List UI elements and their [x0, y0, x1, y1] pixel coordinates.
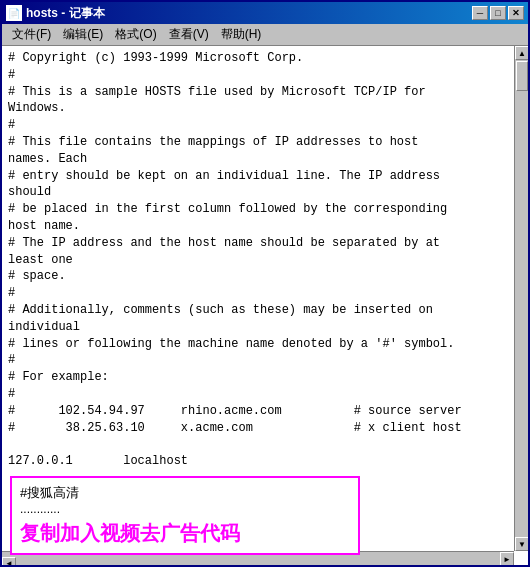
menu-edit[interactable]: 编辑(E) — [57, 24, 109, 45]
content-area: # Copyright (c) 1993-1999 Microsoft Corp… — [2, 46, 528, 565]
close-button[interactable]: ✕ — [508, 6, 524, 20]
menu-file[interactable]: 文件(F) — [6, 24, 57, 45]
ad-dots: ............ — [20, 502, 350, 516]
ad-overlay: #搜狐高清 ............ 复制加入视频去广告代码 — [10, 476, 360, 555]
ad-main-text: 复制加入视频去广告代码 — [20, 520, 350, 547]
menu-help[interactable]: 帮助(H) — [215, 24, 268, 45]
scroll-up-button[interactable]: ▲ — [515, 46, 528, 60]
title-bar-left: 📄 hosts - 记事本 — [6, 5, 105, 22]
window-title: hosts - 记事本 — [26, 5, 105, 22]
scroll-down-button[interactable]: ▼ — [515, 537, 528, 551]
menu-bar: 文件(F) 编辑(E) 格式(O) 查看(V) 帮助(H) — [2, 24, 528, 46]
app-icon: 📄 — [6, 5, 22, 21]
menu-format[interactable]: 格式(O) — [109, 24, 162, 45]
scroll-thumb-vertical[interactable] — [516, 61, 528, 91]
title-bar: 📄 hosts - 记事本 ─ □ ✕ — [2, 2, 528, 24]
menu-view[interactable]: 查看(V) — [163, 24, 215, 45]
ad-title: #搜狐高清 — [20, 484, 350, 502]
scroll-right-button[interactable]: ► — [500, 552, 514, 565]
maximize-button[interactable]: □ — [490, 6, 506, 20]
minimize-button[interactable]: ─ — [472, 6, 488, 20]
scroll-left-button[interactable]: ◄ — [2, 557, 16, 566]
vertical-scrollbar[interactable]: ▲ ▼ — [514, 46, 528, 551]
title-buttons: ─ □ ✕ — [472, 6, 524, 20]
notepad-window: 📄 hosts - 记事本 ─ □ ✕ 文件(F) 编辑(E) 格式(O) 查看… — [0, 0, 530, 567]
